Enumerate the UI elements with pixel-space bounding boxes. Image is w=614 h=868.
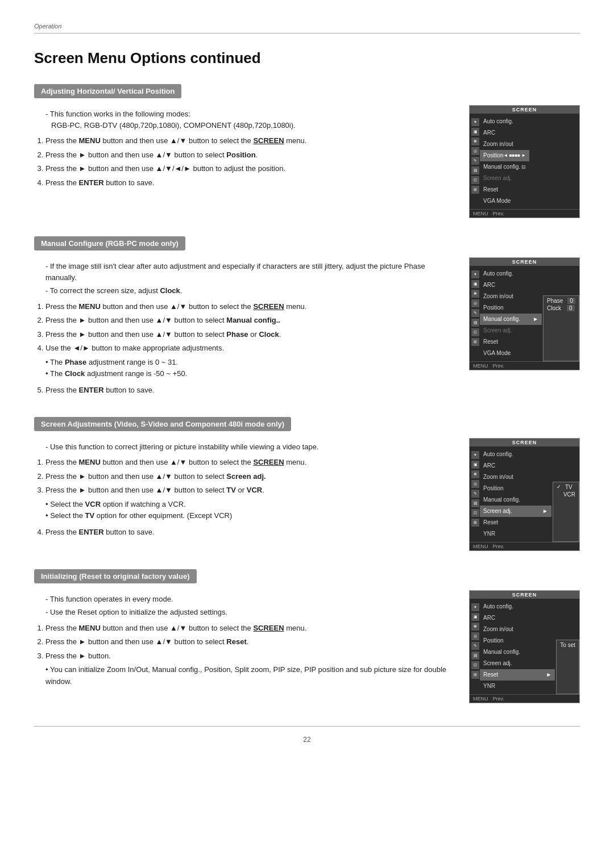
icon-7: ⊡ (471, 509, 479, 517)
section1-text: This function works in the following mod… (34, 105, 458, 191)
screen-ui-2: SCREEN ✦ ▣ ❋ ◎ ✎ ▤ ⊡ ⊞ Auto config. ARC (469, 257, 580, 370)
menu-label: MENU (473, 363, 488, 369)
icon-5: ✎ (471, 309, 479, 317)
clock-value: 0 (567, 305, 575, 311)
icon-4: ◎ (471, 147, 479, 155)
icon-8: ⊞ (471, 519, 479, 527)
icon-1: ✦ (471, 270, 479, 278)
menu-ynr: YNR (480, 681, 555, 692)
menu-arc: ARC (480, 612, 555, 624)
icon-4: ◎ (471, 299, 479, 307)
menu-arc: ARC (480, 127, 529, 139)
icon-2: ▣ (471, 128, 479, 136)
sub-bullet: Select the VCR option if watching a VCR. (45, 499, 458, 511)
icon-4: ◎ (471, 480, 479, 488)
screen-ui-4-submenu: To set (556, 640, 579, 694)
step-item: Press the ► button and then use ▲/▼ butt… (45, 329, 458, 340)
screen-ui-3-menu: Auto config. ARC Zoom in/out Position Ma… (480, 446, 551, 542)
sub-bullet: You can initialize Zoom In/Out, Manual c… (45, 664, 458, 688)
step-item: Press the ENTER button to save. (45, 527, 458, 538)
menu-screen-adj: Screen adj. (480, 325, 542, 336)
prev-label: Prev. (493, 363, 504, 369)
step-item: Press the ENTER button to save. (45, 177, 458, 189)
icon-4: ◎ (471, 632, 479, 640)
section3-notes: Use this function to correct jittering o… (40, 441, 458, 453)
menu-vga-mode: VGA Mode (480, 195, 529, 207)
menu-position: Position (480, 635, 555, 646)
screen-ui-2-bottom: MENU Prev. (470, 361, 579, 370)
screen-ui-3-submenu: ✓ TV VCR (553, 482, 579, 542)
screen-ui-4-title: SCREEN (470, 591, 579, 599)
icon-7: ⊡ (471, 661, 479, 669)
section2-notes: If the image still isn't clear after aut… (40, 261, 458, 297)
step-item: Press the MENU button and then use ▲/▼ b… (45, 135, 458, 147)
screen-ui-1-icons: ✦ ▣ ❋ ◎ ✎ ▤ ⊡ ⊞ (470, 116, 481, 196)
step-item: Press the ► button and then use ▲/▼/◄/► … (45, 163, 458, 174)
menu-auto-config: Auto config. (480, 449, 551, 460)
prev-label: Prev. (493, 211, 504, 216)
section3-note1: Use this function to correct jittering o… (45, 441, 458, 453)
icon-6: ▤ (471, 499, 479, 507)
section2-note2: To correct the screen size, adjust Clock… (45, 285, 458, 297)
bottom-divider (34, 726, 580, 727)
menu-manual-config: Manual config. ⊟ (480, 161, 529, 173)
screen-ui-2-icons: ✦ ▣ ❋ ◎ ✎ ▤ ⊡ ⊞ (470, 268, 481, 348)
icon-3: ❋ (471, 470, 479, 478)
sub-bullet: The Clock adjustment range is -50 ~ +50. (45, 368, 458, 380)
prev-label: Prev. (493, 544, 504, 549)
icon-5: ✎ (471, 642, 479, 650)
checkmark-tv: ✓ (557, 484, 561, 490)
icon-7: ⊡ (471, 328, 479, 336)
section-horizontal-position: Adjusting Horizontal/ Vertical Position … (34, 84, 580, 218)
icon-8: ⊞ (471, 671, 479, 679)
screen-adj-arrow: ► (542, 507, 548, 516)
screen-ui-2-submenu: Phase 0 Clock 0 (543, 295, 579, 361)
vcr-label: VCR (563, 491, 575, 498)
icon-6: ▤ (471, 652, 479, 660)
icon-3: ❋ (471, 137, 479, 145)
menu-auto-config: Auto config. (480, 601, 555, 612)
phase-label: Phase (547, 298, 563, 304)
section3-subbullets: Select the VCR option if watching a VCR.… (45, 499, 458, 523)
tv-row: ✓ TV (557, 483, 575, 491)
icon-8: ⊞ (471, 338, 479, 346)
screen-ui-3-title: SCREEN (470, 439, 579, 446)
menu-position: Position (480, 483, 551, 494)
menu-position: Position (480, 302, 542, 314)
section2-subbullets: The Phase adjustment range is 0 ~ 31. Th… (45, 357, 458, 381)
screen-ui-1-bottom: MENU Prev. (470, 209, 579, 218)
menu-arc: ARC (480, 460, 551, 471)
section1-header: Adjusting Horizontal/ Vertical Position (34, 84, 181, 98)
menu-label: MENU (473, 544, 488, 549)
section-manual-configure: Manual Configure (RGB-PC mode only) If t… (34, 236, 580, 399)
menu-zoom: Zoom in/out (480, 291, 542, 302)
screen-ui-4-menu: Auto config. ARC Zoom in/out Position Ma… (480, 599, 555, 694)
top-divider (34, 33, 580, 34)
screen-ui-1-menu: Auto config. ARC Zoom in/out Position ◄ … (480, 114, 529, 209)
menu-auto-config: Auto config. (480, 268, 542, 279)
vcr-row: VCR (557, 491, 575, 498)
menu-zoom: Zoom in/out (480, 471, 551, 483)
icon-1: ✦ (471, 451, 479, 459)
section2-final-step: Press the ENTER button to save. (45, 385, 458, 396)
menu-arc: ARC (480, 279, 542, 291)
section4-header: Initializing (Reset to original factory … (34, 569, 197, 583)
icon-5: ✎ (471, 157, 479, 165)
icon-2: ▣ (471, 280, 479, 288)
menu-manual-config: Manual config. (480, 494, 551, 506)
clock-label: Clock (547, 305, 561, 311)
menu-label: MENU (473, 211, 488, 216)
section2-header: Manual Configure (RGB-PC mode only) (34, 236, 185, 251)
section3-header: Screen Adjustments (Video, S-Video and C… (34, 417, 291, 431)
screen-ui-4-menu-area: Auto config. ARC Zoom in/out Position Ma… (470, 599, 555, 694)
section4-subbullets: You can initialize Zoom In/Out, Manual c… (45, 664, 458, 688)
toset-label: To set (560, 642, 575, 648)
section2-text: If the image still isn't clear after aut… (34, 257, 458, 399)
icon-3: ❋ (471, 290, 479, 298)
step-item: Press the ► button and then use ▲/▼ butt… (45, 636, 458, 648)
screen-ui-2-menu: Auto config. ARC Zoom in/out Position Ma… (480, 266, 542, 361)
phase-value: 0 (567, 298, 575, 304)
section-initializing: Initializing (Reset to original factory … (34, 569, 580, 703)
section1-note1: This function works in the following mod… (45, 108, 458, 131)
menu-zoom: Zoom in/out (480, 624, 555, 635)
